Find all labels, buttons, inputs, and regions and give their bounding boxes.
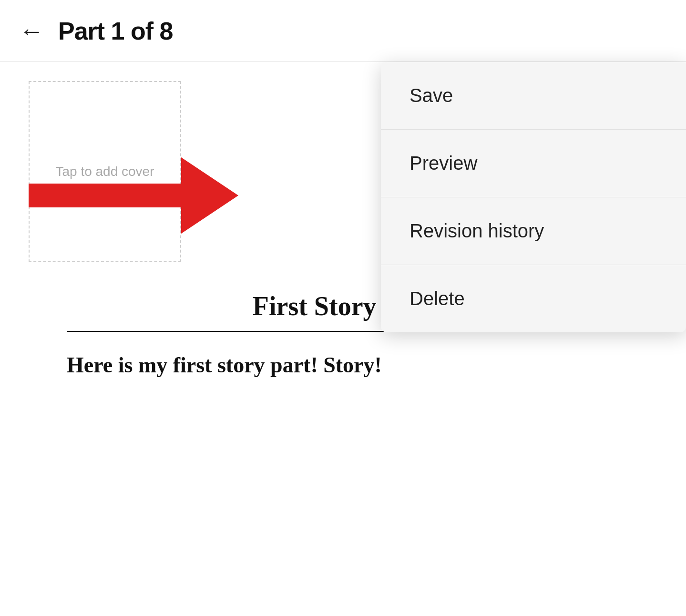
menu-item-revision-history[interactable]: Revision history	[381, 197, 686, 265]
menu-item-preview[interactable]: Preview	[381, 130, 686, 197]
page-title: Part 1 of 8	[58, 17, 173, 45]
menu-item-save[interactable]: Save	[381, 62, 686, 130]
back-button[interactable]: ←	[19, 19, 44, 43]
svg-rect-0	[29, 184, 191, 207]
dropdown-menu: Save Preview Revision history Delete	[381, 62, 686, 332]
main-content: Tap to add cover First Story Part Here i…	[0, 62, 686, 399]
menu-item-delete[interactable]: Delete	[381, 265, 686, 332]
header: ← Part 1 of 8	[0, 0, 686, 62]
story-content: Here is my first story part! Story!	[67, 351, 619, 380]
red-arrow-annotation	[29, 157, 238, 236]
svg-marker-1	[181, 157, 238, 234]
